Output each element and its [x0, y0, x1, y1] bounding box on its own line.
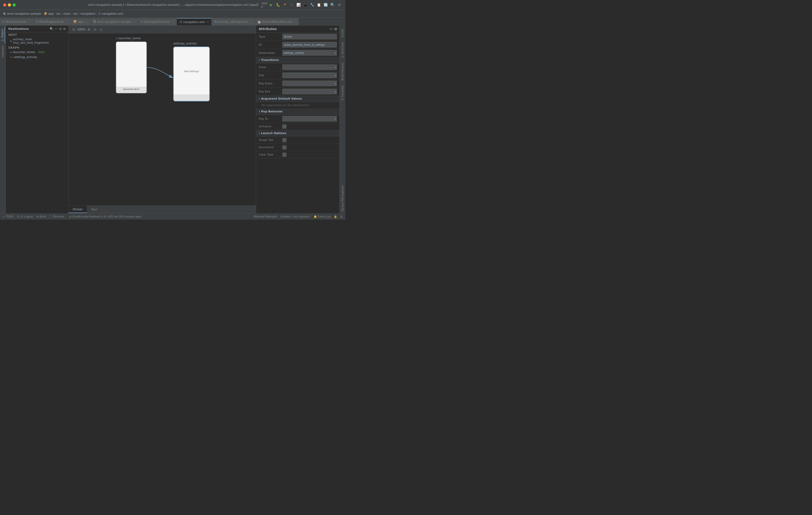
run-icon[interactable]: ▶ [268, 2, 274, 8]
coverage-icon[interactable]: ☂ [282, 2, 288, 8]
breadcrumb-res[interactable]: res [73, 12, 78, 16]
tab-activitysettingsxml[interactable]: ☰ activity_settings.xml ✕ [212, 18, 255, 25]
attr-pop-to-select[interactable] [282, 116, 337, 122]
avd-icon[interactable]: 📋 [316, 2, 322, 8]
sidebar-item-settings-activity[interactable]: ▭ settings_activity [6, 55, 68, 60]
tab-close-mainactivity[interactable]: ✕ [29, 20, 31, 23]
vtab-build-variants[interactable]: Build Variants [341, 60, 345, 83]
tab-navxml[interactable]: ☰ navigation.xml ✕ [177, 18, 212, 25]
zoom-minus-btn[interactable]: ⊖ [71, 27, 76, 32]
attributes-close-icon[interactable]: ⊟ [334, 27, 337, 31]
navigate-next-button[interactable]: NAVIGATE NEXT [121, 88, 142, 91]
vtab-gradle[interactable]: Gradle [341, 27, 345, 39]
document-minus-icon: − [283, 146, 286, 149]
app-dropdown[interactable]: app ▾ [262, 2, 267, 8]
attr-exit-select[interactable] [282, 72, 337, 78]
transitions-section-header[interactable]: ▾ Transitions [256, 57, 340, 63]
pop-behavior-collapse-icon[interactable]: ▾ [259, 110, 260, 113]
launch-options-section-header[interactable]: ▾ Launch Options [256, 130, 340, 137]
zoom-plus-btn[interactable]: ⊕ [86, 27, 91, 32]
sidebar-item-launcher-home[interactable]: ⌂ launcher_home - Start [6, 50, 68, 55]
tab-design[interactable]: Design [68, 206, 87, 213]
vtab-favorites[interactable]: 2: Favorites [341, 83, 345, 102]
attr-pop-enter-select[interactable] [282, 81, 337, 86]
arg-defaults-section-header[interactable]: ▾ Argument Default Values [256, 96, 340, 102]
attr-destination-select[interactable]: settings_activity [282, 50, 337, 56]
attr-document-label: Document [259, 146, 282, 149]
profile-icon[interactable]: 📊 [296, 2, 301, 8]
device-icon[interactable]: 📱 [302, 2, 308, 8]
home-icon: ⌂ [10, 51, 12, 54]
tab-close-settingsactivity[interactable]: ✕ [172, 20, 174, 23]
pop-behavior-section-header[interactable]: ▾ Pop Behavior [256, 109, 340, 115]
search-icon[interactable]: 🔍 [329, 2, 336, 8]
status-build[interactable]: ⚙ Build [36, 215, 46, 218]
tab-mainfragment[interactable]: K MainFragment.kt ✕ [34, 18, 71, 25]
sync-icon[interactable]: 🔄 [323, 2, 328, 8]
launcher-home-mockup[interactable]: NAVIGATE NEXT [116, 41, 147, 94]
tab-app[interactable]: 📦 app ✕ [70, 18, 90, 25]
tab-close-activitysettingsxml[interactable]: ✕ [250, 20, 252, 23]
minimize-button[interactable] [8, 3, 11, 6]
zoom-warn-btn[interactable]: ⚠ [98, 27, 104, 32]
launch-options-collapse-icon[interactable]: ▾ [259, 132, 260, 134]
search-sidebar-icon[interactable]: 🔍 [50, 27, 53, 31]
tab-close-navxml[interactable]: ✕ [207, 21, 209, 24]
document-checkbox[interactable]: − [282, 145, 286, 150]
tab-close-arch[interactable]: ✕ [133, 20, 135, 23]
build-status: ⚙ Gradle build finished in 6 s 605 ms (4… [64, 215, 254, 218]
breadcrumb-main[interactable]: main [63, 12, 70, 16]
attr-id-input[interactable] [282, 42, 337, 48]
attr-exit-select-wrap: ▾ [282, 72, 337, 78]
status-terminal[interactable]: ⬛ Terminal [49, 215, 64, 218]
tab-close-mainfragment[interactable]: ✕ [66, 20, 68, 23]
attr-pop-exit-select[interactable] [282, 89, 337, 94]
maximize-button[interactable] [12, 3, 16, 6]
settings-icon[interactable]: ⚙ [337, 2, 342, 8]
status-todo[interactable]: ▭ TODO [3, 215, 13, 218]
zoom-fit-btn[interactable]: ⊙ [92, 27, 97, 32]
breadcrumb-navxml[interactable]: ☰ navigation.xml [98, 12, 123, 16]
vtab-structure[interactable]: 2: Structure [341, 40, 345, 60]
tab-settingsactivity[interactable]: K SettingsActivity.kt ✕ [138, 18, 177, 25]
sdk-icon[interactable]: 🔧 [309, 2, 315, 8]
canvas-with-bottom: ⊖ 100% ⊕ ⊙ ⚠ ⌂ launcher_home [68, 26, 256, 213]
tab-arch[interactable]: 🏗 arch-navigation-sample ✕ [90, 18, 138, 25]
tab-close-androidmanifest[interactable]: ✕ [294, 20, 296, 23]
attributes-more-icon[interactable]: ⋯ [329, 27, 333, 31]
tab-androidmanifest[interactable]: 🤖 AndroidManifest.xml ✕ [255, 18, 299, 25]
collapse-sidebar-icon[interactable]: ⊟ [59, 27, 62, 31]
attr-enter-select[interactable] [282, 64, 337, 70]
attach-icon[interactable]: ⚡ [289, 2, 295, 8]
breadcrumb-project[interactable]: 🏗 arch-navigation-sample [3, 12, 41, 16]
attr-type-row: Type [256, 33, 340, 41]
traffic-lights[interactable] [3, 3, 16, 6]
host-item[interactable]: A activity_main (my_nav_host_fragment) [6, 37, 68, 45]
clear-task-checkbox[interactable]: − [282, 153, 286, 157]
transitions-collapse-icon[interactable]: ▾ [259, 59, 260, 61]
settings-activity-mockup[interactable]: hello Settings! Activity [173, 47, 210, 101]
debug-icon[interactable]: 🐛 [275, 2, 281, 8]
add-sidebar-icon[interactable]: ⊞ [63, 27, 66, 31]
vtab-captures[interactable]: Captures [1, 44, 5, 60]
attributes-actions: ⋯ ⊟ [329, 27, 337, 31]
tab-mainactivity[interactable]: K MainActivity.kt ✕ [0, 18, 34, 25]
breadcrumb-src[interactable]: src [57, 12, 61, 16]
theme-label[interactable]: Material Palenight [254, 215, 277, 218]
status-logcat[interactable]: G: G: Logcat [17, 215, 33, 218]
kotlin-icon-2: K [36, 20, 38, 24]
tab-close-app[interactable]: ✕ [86, 20, 88, 23]
single-top-checkbox[interactable]: − [282, 138, 286, 142]
inclusive-checkbox[interactable]: − [282, 124, 286, 129]
canvas-content[interactable]: ⌂ launcher_home NAVIGATE NEXT settings_a… [68, 33, 256, 206]
event-log-btn[interactable]: 🔔 Event Log [314, 215, 331, 218]
arg-defaults-collapse-icon[interactable]: ▾ [259, 97, 260, 100]
tab-text[interactable]: Text [87, 206, 102, 213]
breadcrumb-app[interactable]: 📦 app [44, 12, 54, 16]
vtab-project[interactable]: 1: Project [1, 27, 5, 43]
vtab-device-file-explorer[interactable]: Device File Explorer [341, 183, 345, 213]
breadcrumb-navigation[interactable]: navigation [80, 12, 95, 16]
close-button[interactable] [3, 3, 6, 6]
attr-type-input[interactable] [282, 34, 337, 39]
more-sidebar-icon[interactable]: ⋯ [55, 27, 58, 31]
